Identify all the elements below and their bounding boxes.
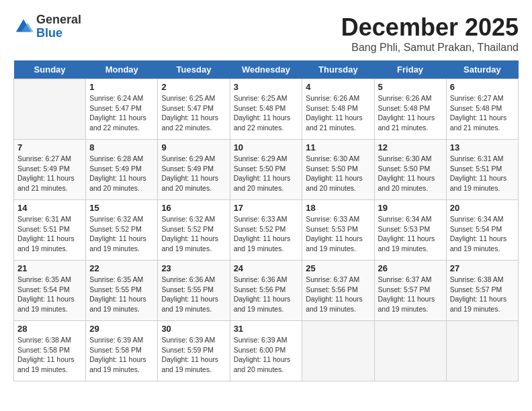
- calendar-cell: 21Sunrise: 6:35 AM Sunset: 5:54 PM Dayli…: [14, 261, 86, 321]
- logo-general: General: [36, 13, 81, 26]
- title-block: December 2025 Bang Phli, Samut Prakan, T…: [341, 13, 519, 54]
- day-number: 14: [17, 203, 82, 213]
- day-number: 27: [450, 263, 515, 273]
- day-info: Sunrise: 6:26 AM Sunset: 5:48 PM Dayligh…: [378, 93, 443, 133]
- calendar-cell: [14, 79, 86, 140]
- day-info: Sunrise: 6:25 AM Sunset: 5:48 PM Dayligh…: [234, 93, 299, 133]
- day-info: Sunrise: 6:34 AM Sunset: 5:53 PM Dayligh…: [378, 214, 443, 254]
- day-number: 17: [234, 203, 299, 213]
- day-info: Sunrise: 6:39 AM Sunset: 6:00 PM Dayligh…: [234, 335, 299, 375]
- day-number: 31: [234, 324, 299, 334]
- calendar-cell: 13Sunrise: 6:31 AM Sunset: 5:51 PM Dayli…: [446, 140, 518, 200]
- calendar-cell: 30Sunrise: 6:39 AM Sunset: 5:59 PM Dayli…: [158, 321, 230, 381]
- calendar-cell: [302, 321, 374, 381]
- weekday-header: Sunday: [14, 60, 86, 79]
- logo-blue: Blue: [36, 26, 62, 40]
- day-info: Sunrise: 6:27 AM Sunset: 5:49 PM Dayligh…: [17, 154, 82, 193]
- day-number: 28: [17, 324, 82, 334]
- day-number: 7: [17, 142, 82, 152]
- calendar-header-row: SundayMondayTuesdayWednesdayThursdayFrid…: [14, 60, 519, 79]
- day-number: 29: [89, 324, 154, 334]
- day-number: 9: [161, 142, 226, 152]
- day-number: 19: [378, 203, 443, 213]
- day-number: 26: [378, 263, 443, 273]
- logo: General Blue: [13, 13, 81, 40]
- calendar-cell: 6Sunrise: 6:27 AM Sunset: 5:48 PM Daylig…: [446, 79, 518, 140]
- day-number: 2: [161, 82, 226, 92]
- day-number: 6: [450, 82, 515, 92]
- calendar-cell: 5Sunrise: 6:26 AM Sunset: 5:48 PM Daylig…: [374, 79, 446, 140]
- day-number: 1: [89, 82, 154, 92]
- calendar-week-row: 7Sunrise: 6:27 AM Sunset: 5:49 PM Daylig…: [14, 140, 519, 200]
- day-info: Sunrise: 6:38 AM Sunset: 5:58 PM Dayligh…: [17, 335, 82, 375]
- day-number: 13: [450, 142, 515, 152]
- day-number: 25: [306, 263, 370, 273]
- calendar-cell: 25Sunrise: 6:37 AM Sunset: 5:56 PM Dayli…: [302, 261, 374, 321]
- month-title: December 2025: [341, 13, 519, 42]
- weekday-header: Friday: [374, 60, 446, 79]
- calendar-week-row: 1Sunrise: 6:24 AM Sunset: 5:47 PM Daylig…: [14, 79, 519, 140]
- day-number: 30: [161, 324, 226, 334]
- calendar-cell: 7Sunrise: 6:27 AM Sunset: 5:49 PM Daylig…: [14, 140, 86, 200]
- calendar-cell: 15Sunrise: 6:32 AM Sunset: 5:52 PM Dayli…: [86, 200, 158, 261]
- day-info: Sunrise: 6:29 AM Sunset: 5:49 PM Dayligh…: [161, 154, 226, 193]
- day-info: Sunrise: 6:39 AM Sunset: 5:59 PM Dayligh…: [161, 335, 226, 375]
- day-info: Sunrise: 6:37 AM Sunset: 5:56 PM Dayligh…: [306, 275, 370, 314]
- day-info: Sunrise: 6:35 AM Sunset: 5:55 PM Dayligh…: [89, 275, 154, 314]
- calendar-week-row: 14Sunrise: 6:31 AM Sunset: 5:51 PM Dayli…: [14, 200, 519, 261]
- day-info: Sunrise: 6:36 AM Sunset: 5:56 PM Dayligh…: [234, 275, 299, 314]
- calendar-cell: 31Sunrise: 6:39 AM Sunset: 6:00 PM Dayli…: [230, 321, 302, 381]
- calendar-cell: 9Sunrise: 6:29 AM Sunset: 5:49 PM Daylig…: [158, 140, 230, 200]
- day-number: 21: [17, 263, 82, 273]
- day-info: Sunrise: 6:38 AM Sunset: 5:57 PM Dayligh…: [450, 275, 515, 314]
- day-info: Sunrise: 6:32 AM Sunset: 5:52 PM Dayligh…: [161, 214, 226, 254]
- day-number: 4: [306, 82, 370, 92]
- weekday-header: Thursday: [302, 60, 374, 79]
- day-info: Sunrise: 6:28 AM Sunset: 5:49 PM Dayligh…: [89, 154, 154, 193]
- day-number: 8: [89, 142, 154, 152]
- day-info: Sunrise: 6:37 AM Sunset: 5:57 PM Dayligh…: [378, 275, 443, 314]
- calendar-cell: 3Sunrise: 6:25 AM Sunset: 5:48 PM Daylig…: [230, 79, 302, 140]
- calendar-cell: [374, 321, 446, 381]
- day-number: 24: [234, 263, 299, 273]
- calendar-week-row: 28Sunrise: 6:38 AM Sunset: 5:58 PM Dayli…: [14, 321, 519, 381]
- weekday-header: Saturday: [446, 60, 518, 79]
- day-info: Sunrise: 6:24 AM Sunset: 5:47 PM Dayligh…: [89, 93, 154, 133]
- calendar-cell: 24Sunrise: 6:36 AM Sunset: 5:56 PM Dayli…: [230, 261, 302, 321]
- day-info: Sunrise: 6:30 AM Sunset: 5:50 PM Dayligh…: [306, 154, 370, 193]
- day-number: 3: [234, 82, 299, 92]
- day-info: Sunrise: 6:25 AM Sunset: 5:47 PM Dayligh…: [161, 93, 226, 133]
- calendar-cell: 10Sunrise: 6:29 AM Sunset: 5:50 PM Dayli…: [230, 140, 302, 200]
- day-number: 10: [234, 142, 299, 152]
- day-number: 5: [378, 82, 443, 92]
- day-info: Sunrise: 6:33 AM Sunset: 5:53 PM Dayligh…: [306, 214, 370, 254]
- weekday-header: Wednesday: [230, 60, 302, 79]
- day-info: Sunrise: 6:31 AM Sunset: 5:51 PM Dayligh…: [450, 154, 515, 193]
- calendar-cell: 1Sunrise: 6:24 AM Sunset: 5:47 PM Daylig…: [86, 79, 158, 140]
- calendar-cell: 20Sunrise: 6:34 AM Sunset: 5:54 PM Dayli…: [446, 200, 518, 261]
- calendar-cell: 14Sunrise: 6:31 AM Sunset: 5:51 PM Dayli…: [14, 200, 86, 261]
- calendar-cell: 26Sunrise: 6:37 AM Sunset: 5:57 PM Dayli…: [374, 261, 446, 321]
- day-info: Sunrise: 6:32 AM Sunset: 5:52 PM Dayligh…: [89, 214, 154, 254]
- weekday-header: Tuesday: [158, 60, 230, 79]
- calendar-cell: 12Sunrise: 6:30 AM Sunset: 5:50 PM Dayli…: [374, 140, 446, 200]
- calendar-cell: 28Sunrise: 6:38 AM Sunset: 5:58 PM Dayli…: [14, 321, 86, 381]
- location-title: Bang Phli, Samut Prakan, Thailand: [341, 42, 519, 54]
- calendar-cell: 17Sunrise: 6:33 AM Sunset: 5:52 PM Dayli…: [230, 200, 302, 261]
- calendar-cell: 18Sunrise: 6:33 AM Sunset: 5:53 PM Dayli…: [302, 200, 374, 261]
- day-info: Sunrise: 6:35 AM Sunset: 5:54 PM Dayligh…: [17, 275, 82, 314]
- calendar-cell: 29Sunrise: 6:39 AM Sunset: 5:58 PM Dayli…: [86, 321, 158, 381]
- day-number: 18: [306, 203, 370, 213]
- logo-icon: [13, 17, 34, 37]
- day-number: 20: [450, 203, 515, 213]
- calendar-cell: 19Sunrise: 6:34 AM Sunset: 5:53 PM Dayli…: [374, 200, 446, 261]
- day-info: Sunrise: 6:30 AM Sunset: 5:50 PM Dayligh…: [378, 154, 443, 193]
- calendar-cell: 4Sunrise: 6:26 AM Sunset: 5:48 PM Daylig…: [302, 79, 374, 140]
- calendar-cell: 11Sunrise: 6:30 AM Sunset: 5:50 PM Dayli…: [302, 140, 374, 200]
- weekday-header: Monday: [86, 60, 158, 79]
- day-number: 12: [378, 142, 443, 152]
- calendar-cell: 2Sunrise: 6:25 AM Sunset: 5:47 PM Daylig…: [158, 79, 230, 140]
- day-info: Sunrise: 6:33 AM Sunset: 5:52 PM Dayligh…: [234, 214, 299, 254]
- calendar-cell: 27Sunrise: 6:38 AM Sunset: 5:57 PM Dayli…: [446, 261, 518, 321]
- calendar-table: SundayMondayTuesdayWednesdayThursdayFrid…: [13, 60, 519, 381]
